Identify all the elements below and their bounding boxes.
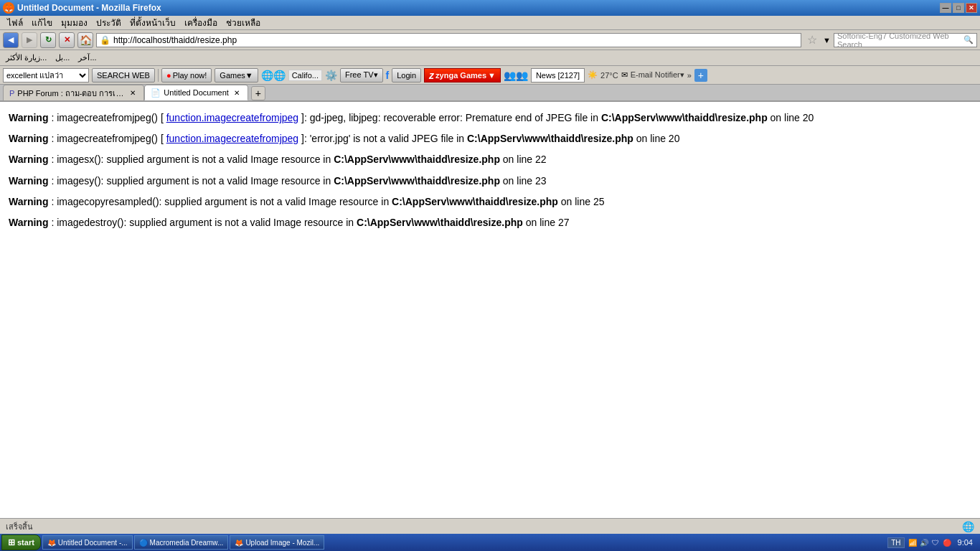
- address-bar[interactable]: 🔒: [96, 33, 801, 47]
- navigation-bar: ◀ ▶ ↻ ✕ 🏠 🔒 ☆ ▼ Softonic-Eng7 Customized…: [0, 30, 980, 50]
- reload-button[interactable]: ↻: [40, 32, 56, 48]
- warning-label-1: Warning: [9, 112, 48, 123]
- menu-history[interactable]: ประวัติ: [92, 14, 126, 31]
- taskbar-items: 🦊 Untitled Document -... 🔵 Macromedia Dr…: [42, 535, 883, 550]
- tray-icons: 📶 🔊 🛡 🔴: [908, 537, 952, 547]
- more-addons-button[interactable]: »: [687, 71, 692, 80]
- minimize-button[interactable]: —: [940, 3, 951, 13]
- warning-label-3: Warning: [9, 154, 48, 165]
- browser-icons: 🌐🌐: [261, 70, 286, 81]
- bookmark-item-1[interactable]: زيارة الأكثر...: [3, 52, 50, 63]
- search-bar[interactable]: Softonic-Eng7 Customized Web Search 🔍: [834, 33, 977, 47]
- start-label: start: [17, 538, 34, 547]
- bookmark-item-3[interactable]: آخر...: [75, 52, 99, 63]
- fb-icon: f: [386, 70, 390, 81]
- addon-icons-2: ⚙️: [325, 70, 337, 81]
- tab-phpforum[interactable]: P PHP Forum : ถาม-ตอบ การเขียนโปรแกร... …: [3, 85, 144, 100]
- search-input[interactable]: Softonic-Eng7 Customized Web Search: [837, 32, 963, 49]
- warning-line-2: Warning : imagecreatefromjpeg() [ functi…: [9, 130, 971, 148]
- menu-tools[interactable]: เครื่องมือ: [180, 14, 222, 31]
- free-tv-label: Free TV▾: [345, 70, 378, 80]
- network-tray-icon: 📶: [908, 537, 918, 547]
- warning-label-4: Warning: [9, 175, 48, 187]
- warning-line-6: Warning : imagedestroy(): supplied argum…: [9, 214, 971, 232]
- menu-bookmarks[interactable]: ที่ตั้งหน้าเว็บ: [126, 14, 180, 31]
- news-item[interactable]: News [2127]: [531, 68, 585, 83]
- taskbar-item-icon-3: 🦊: [235, 539, 243, 547]
- warning-line-3: Warning : imagesx(): supplied argument i…: [9, 151, 971, 169]
- search-web-label: SEARCH WEB: [97, 71, 150, 80]
- system-clock: 9:04: [955, 538, 976, 547]
- page-icon: 🔒: [100, 35, 110, 45]
- warning-label-2: Warning: [9, 133, 48, 144]
- menu-edit[interactable]: แก้ไข: [27, 14, 57, 31]
- email-icon: ✉: [621, 70, 628, 80]
- window-controls: — □ ✕: [940, 3, 977, 13]
- tab-add-button[interactable]: +: [251, 86, 265, 100]
- menu-bar: ไฟล์ แก้ไข มุมมอง ประวัติ ที่ตั้งหน้าเว็…: [0, 16, 980, 30]
- email-notifier[interactable]: E-mail Notifier▾: [631, 70, 684, 80]
- menu-help[interactable]: ช่วยเหลือ: [222, 14, 265, 31]
- back-button[interactable]: ◀: [3, 32, 19, 48]
- tab-bar: P PHP Forum : ถาม-ตอบ การเขียนโปรแกร... …: [0, 85, 980, 102]
- search-term-select[interactable]: excellent แปลว่า: [3, 68, 89, 83]
- security-tray-icon: 🛡: [930, 537, 941, 547]
- status-bar: เสร็จสิ้น 🌐: [0, 518, 980, 534]
- window-title: Untitled Document - Mozilla Firefox: [17, 3, 161, 13]
- addon-text-calfo: Califo...: [288, 70, 322, 81]
- tab-phpforum-label: PHP Forum : ถาม-ตอบ การเขียนโปรแกร...: [17, 87, 125, 100]
- zynga-social-icons: 👥👥: [504, 70, 528, 81]
- play-now-button[interactable]: ● Play now!: [161, 68, 212, 83]
- search-icon[interactable]: 🔍: [963, 35, 974, 44]
- warning-line-5: Warning : imagecopyresampled(): supplied…: [9, 193, 971, 211]
- free-tv-button[interactable]: Free TV▾: [340, 68, 383, 83]
- addon-bar: excellent แปลว่า SEARCH WEB ● Play now! …: [0, 66, 980, 85]
- fb-login-button[interactable]: Login: [392, 68, 421, 83]
- fb-login-label: Login: [397, 71, 416, 80]
- divider-1: [158, 69, 159, 82]
- zynga-button[interactable]: z zynga Games ▼: [424, 68, 501, 83]
- forward-button[interactable]: ▶: [22, 32, 37, 48]
- zynga-text: zynga Games: [435, 71, 486, 80]
- games-button[interactable]: Games▼: [215, 68, 258, 83]
- close-button[interactable]: ✕: [966, 3, 977, 13]
- status-text: เสร็จสิ้น: [6, 520, 33, 533]
- menu-view[interactable]: มุมมอง: [57, 14, 92, 31]
- home-button[interactable]: 🏠: [77, 32, 93, 48]
- title-bar: 🦊 Untitled Document - Mozilla Firefox — …: [0, 0, 980, 16]
- search-web-button[interactable]: SEARCH WEB: [92, 68, 155, 83]
- bookmarks-bar: زيارة الأكثر... بل... آخر...: [0, 50, 980, 66]
- taskbar-item-upload[interactable]: 🦊 Upload Image - Mozil...: [230, 535, 324, 550]
- menu-file[interactable]: ไฟล์: [3, 14, 27, 31]
- zoom-down-button[interactable]: ▼: [823, 36, 831, 44]
- maximize-button[interactable]: □: [953, 3, 964, 13]
- content-area: Warning : imagecreatefromjpeg() [ functi…: [0, 102, 980, 518]
- warning-line-4: Warning : imagesy(): supplied argument i…: [9, 172, 971, 190]
- bookmark-star-button[interactable]: ☆: [804, 32, 820, 48]
- taskbar-right: TH 📶 🔊 🛡 🔴 9:04: [885, 537, 979, 548]
- taskbar-item-label-3: Upload Image - Mozil...: [245, 539, 319, 547]
- taskbar-item-icon-2: 🔵: [139, 539, 148, 547]
- taskbar-item-dreamweaver[interactable]: 🔵 Macromedia Dreamw...: [134, 535, 229, 550]
- volume-tray-icon: 🔊: [919, 537, 929, 547]
- language-indicator[interactable]: TH: [887, 537, 904, 548]
- taskbar-item-icon-1: 🦊: [47, 539, 56, 547]
- start-button[interactable]: ⊞ start: [1, 534, 41, 550]
- tab-untitled[interactable]: 📄 Untitled Document ✕: [144, 85, 248, 100]
- tab-untitled-icon: 📄: [151, 88, 161, 98]
- address-input[interactable]: [113, 35, 798, 45]
- warning-label-5: Warning: [9, 196, 48, 207]
- tab-untitled-label: Untitled Document: [164, 88, 229, 97]
- status-globe-icon[interactable]: 🌐: [962, 521, 974, 532]
- taskbar-item-label-1: Untitled Document -...: [58, 539, 128, 547]
- tab-phpforum-close[interactable]: ✕: [128, 88, 138, 98]
- stop-button[interactable]: ✕: [59, 32, 75, 48]
- zynga-label: z: [429, 70, 434, 81]
- taskbar-item-firefox-2[interactable]: 🦊 Untitled Document -...: [42, 535, 133, 550]
- bookmark-item-2[interactable]: بل...: [52, 52, 72, 63]
- add-addon-button[interactable]: +: [694, 69, 707, 82]
- tab-untitled-close[interactable]: ✕: [232, 88, 242, 98]
- news-label: News [2127]: [536, 71, 580, 80]
- warning-link-2[interactable]: function.imagecreatefromjpeg: [166, 133, 298, 144]
- warning-link-1[interactable]: function.imagecreatefromjpeg: [166, 112, 298, 123]
